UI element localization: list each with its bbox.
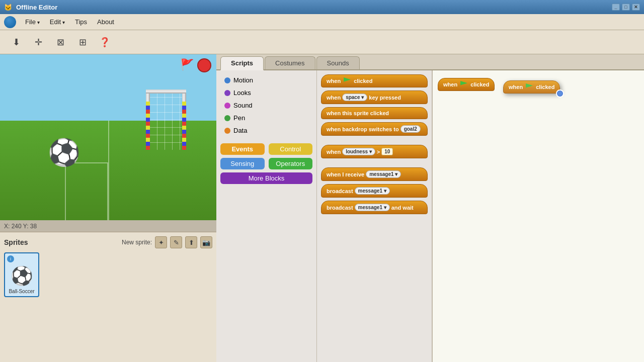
- clicked-text-1: clicked: [354, 78, 372, 84]
- grow-button[interactable]: ⊞: [74, 34, 91, 50]
- main-content: ⚽ 🚩 X: 240 Y: 38 Sprites New sprite: ✦ ✎…: [0, 54, 644, 362]
- sprites-list: i ⚽ Ball-Soccer: [4, 252, 212, 297]
- minimize-button[interactable]: _: [612, 4, 620, 11]
- fullscreen-button[interactable]: ✛: [30, 34, 46, 50]
- flag-icon-ws1: [460, 81, 467, 88]
- new-sprite-edit-button[interactable]: ✎: [170, 236, 182, 248]
- pen-label: Pen: [233, 114, 245, 122]
- block-when-sprite-clicked[interactable]: when this sprite clicked: [321, 107, 428, 119]
- sensor-dropdown[interactable]: loudness ▾: [342, 148, 375, 155]
- flag-icon-ws2: [526, 83, 533, 90]
- window-controls: _ □ ✕: [612, 4, 640, 11]
- sound-dot: [224, 103, 230, 109]
- blocks-palette: when clicked when space ▾ key pressed wh…: [317, 70, 433, 362]
- loudness-value[interactable]: 10: [381, 148, 393, 155]
- category-operators[interactable]: Operators: [269, 158, 313, 169]
- category-motion[interactable]: Motion: [220, 74, 312, 86]
- close-button[interactable]: ✕: [632, 4, 640, 11]
- block-broadcast[interactable]: broadcast message1 ▾: [321, 184, 428, 198]
- stage-controls: 🚩: [180, 58, 211, 72]
- receive-dropdown[interactable]: message1 ▾: [366, 170, 401, 178]
- more-blocks-row: More Blocks: [220, 172, 312, 184]
- category-sensing[interactable]: Sensing: [220, 158, 265, 169]
- category-control[interactable]: Control: [269, 143, 313, 155]
- stop-button[interactable]: [197, 58, 211, 72]
- sprite-thumbnail: ⚽: [9, 263, 34, 289]
- sprites-header: Sprites New sprite: ✦ ✎ ⬆ 📷: [4, 236, 212, 248]
- block-categories: Motion Looks Sound Pen Data: [216, 70, 317, 362]
- sprites-panel: Sprites New sprite: ✦ ✎ ⬆ 📷 i ⚽ Ball-Soc…: [0, 232, 216, 362]
- block-when-loudness[interactable]: when loudness ▾ > 10: [321, 145, 428, 158]
- events-row: Events Control: [220, 143, 312, 155]
- workspace-block-1[interactable]: when clicked: [438, 78, 495, 91]
- looks-dot: [224, 90, 230, 96]
- app-icon: 🐱: [4, 4, 12, 11]
- sprites-title: Sprites: [4, 238, 28, 246]
- coords-text: X: 240 Y: 38: [4, 223, 37, 230]
- stage[interactable]: ⚽ 🚩: [0, 54, 216, 220]
- titlebar: 🐱 Offline Editor _ □ ✕: [0, 0, 644, 14]
- broadcast-wait-dropdown[interactable]: message1 ▾: [355, 204, 390, 211]
- category-more-blocks[interactable]: More Blocks: [220, 172, 312, 184]
- category-events[interactable]: Events: [220, 143, 265, 155]
- menu-edit[interactable]: Edit: [46, 17, 69, 27]
- broadcast-dropdown[interactable]: message1 ▾: [355, 187, 390, 195]
- new-sprite-upload-button[interactable]: ⬆: [185, 236, 197, 248]
- motion-dot: [224, 77, 230, 83]
- scripts-content: Motion Looks Sound Pen Data: [216, 70, 644, 362]
- sprite-info-button[interactable]: i: [7, 255, 14, 262]
- shrink-button[interactable]: ⊠: [52, 34, 68, 50]
- new-sprite-area: New sprite: ✦ ✎ ⬆ 📷: [122, 236, 212, 248]
- left-panel: ⚽ 🚩 X: 240 Y: 38 Sprites New sprite: ✦ ✎…: [0, 54, 216, 362]
- tab-scripts[interactable]: Scripts: [220, 56, 264, 70]
- looks-label: Looks: [233, 89, 251, 97]
- menubar: File Edit Tips About: [0, 14, 644, 30]
- sensing-operators-row: Sensing Operators: [220, 158, 312, 169]
- block-when-text: when: [327, 78, 341, 84]
- block-when-key-pressed[interactable]: when space ▾ key pressed: [321, 90, 428, 104]
- block-when-flag-clicked[interactable]: when clicked: [321, 74, 428, 87]
- green-flag-button[interactable]: 🚩: [180, 58, 194, 72]
- script-workspace[interactable]: when clicked when clicked: [433, 70, 644, 362]
- menu-file[interactable]: File: [21, 17, 44, 27]
- new-sprite-label: New sprite:: [122, 239, 152, 246]
- sound-label: Sound: [233, 102, 253, 109]
- motion-label: Motion: [233, 76, 253, 84]
- tab-costumes[interactable]: Costumes: [265, 56, 315, 69]
- block-when-i-receive[interactable]: when I receive message1 ▾: [321, 167, 428, 181]
- block-broadcast-and-wait[interactable]: broadcast message1 ▾ and wait: [321, 201, 428, 214]
- maximize-button[interactable]: □: [622, 4, 630, 11]
- save-button[interactable]: ⬇: [8, 34, 24, 50]
- menu-about[interactable]: About: [93, 17, 118, 27]
- soccer-ball-sprite[interactable]: ⚽: [48, 137, 80, 168]
- tabs: Scripts Costumes Sounds: [216, 54, 644, 70]
- sprite-name: Ball-Soccer: [9, 289, 34, 294]
- right-panel: Scripts Costumes Sounds Motion Looks Sou: [216, 54, 644, 362]
- category-sound[interactable]: Sound: [220, 100, 312, 111]
- toolbar: ⬇ ✛ ⊠ ⊞ ❓: [0, 30, 644, 54]
- titlebar-title: Offline Editor: [16, 4, 612, 11]
- backdrop-dropdown[interactable]: goal2: [400, 125, 421, 133]
- pen-dot: [224, 115, 230, 121]
- help-button[interactable]: ❓: [97, 34, 113, 50]
- block-when-backdrop-switches[interactable]: when backdrop switches to goal2: [321, 122, 428, 136]
- category-data[interactable]: Data: [220, 125, 312, 136]
- sprite-item-ball-soccer[interactable]: i ⚽ Ball-Soccer: [4, 252, 39, 297]
- menu-tips[interactable]: Tips: [71, 17, 91, 27]
- data-dot: [224, 128, 230, 134]
- globe-icon[interactable]: [4, 16, 16, 28]
- field-center-line: [108, 121, 109, 220]
- category-looks[interactable]: Looks: [220, 87, 312, 99]
- category-pen[interactable]: Pen: [220, 112, 312, 124]
- field-goal-area: [65, 162, 108, 221]
- key-dropdown[interactable]: space ▾: [342, 94, 367, 101]
- tab-sounds[interactable]: Sounds: [316, 56, 360, 69]
- new-sprite-paint-button[interactable]: ✦: [155, 236, 167, 248]
- flag-icon-1: [344, 77, 351, 84]
- data-label: Data: [233, 127, 247, 134]
- stage-coordinates: X: 240 Y: 38: [0, 220, 216, 232]
- new-sprite-camera-button[interactable]: 📷: [200, 236, 212, 248]
- goal-post: [146, 89, 186, 150]
- drag-cursor: [556, 89, 564, 98]
- workspace-dragging-block[interactable]: when clicked: [503, 80, 560, 94]
